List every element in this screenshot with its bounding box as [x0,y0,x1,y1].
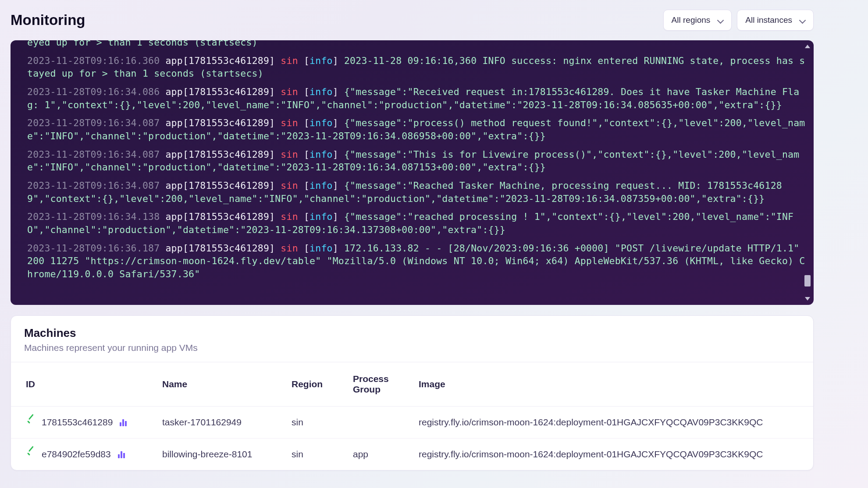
log-message: eyed up for > than 1 seconds (startsecs) [27,40,258,48]
scroll-up-arrow-icon[interactable] [805,45,810,48]
log-app: app[1781553c461289] [160,55,281,66]
log-app: app[1781553c461289] [160,86,281,97]
chevron-down-icon [799,17,805,23]
machines-table: ID Name Region Process Group Image 17815… [11,362,813,470]
region-filter-dropdown[interactable]: All regions [663,10,732,31]
machines-card: Machines Machines represent your running… [11,315,814,470]
log-region: sin [281,211,298,222]
machine-name: billowing-breeze-8101 [153,438,283,470]
col-process-group-header[interactable]: Process Group [344,362,410,407]
log-region: sin [281,86,298,97]
table-row[interactable]: e784902fe59d83billowing-breeze-8101sinap… [11,438,813,470]
machine-region: sin [283,407,344,438]
instances-filter-label: All instances [745,15,792,25]
log-level: info [309,149,333,160]
status-ok-icon [26,449,36,459]
log-level: info [309,243,333,254]
log-timestamp: 2023-11-28T09:16:16.360 [27,55,160,66]
machine-id[interactable]: 1781553c461289 [42,417,113,428]
log-console: eyed up for > than 1 seconds (startsecs)… [11,40,814,305]
log-app: app[1781553c461289] [160,117,281,128]
log-region: sin [281,149,298,160]
log-app: app[1781553c461289] [160,211,281,222]
chevron-down-icon [717,17,723,23]
log-timestamp: 2023-11-28T09:16:34.087 [27,117,160,128]
machine-process-group: app [344,438,410,470]
status-ok-icon [26,417,36,427]
log-line: 2023-11-28T09:16:34.138 app[1781553c4612… [27,210,806,236]
log-region: sin [281,180,298,191]
log-timestamp: 2023-11-28T09:16:36.187 [27,243,160,254]
metrics-icon[interactable] [118,450,125,458]
scroll-thumb[interactable] [804,275,811,286]
page-title: Monitoring [11,12,85,28]
log-line: 2023-11-28T09:16:16.360 app[1781553c4612… [27,54,806,80]
log-region: sin [281,55,298,66]
log-line: eyed up for > than 1 seconds (startsecs) [27,40,806,49]
machine-name: tasker-1701162949 [153,407,283,438]
col-id-header[interactable]: ID [11,362,153,407]
col-region-header[interactable]: Region [283,362,344,407]
col-name-header[interactable]: Name [153,362,283,407]
scroll-down-arrow-icon[interactable] [805,297,810,301]
region-filter-label: All regions [672,15,711,25]
machine-image: registry.fly.io/crimson-moon-1624:deploy… [410,407,813,438]
log-line: 2023-11-28T09:16:34.087 app[1781553c4612… [27,179,806,205]
log-level: info [309,55,333,66]
instances-filter-dropdown[interactable]: All instances [737,10,814,31]
machine-id[interactable]: e784902fe59d83 [42,449,111,460]
machine-process-group [344,407,410,438]
log-level: info [309,211,333,222]
metrics-icon[interactable] [120,418,127,426]
log-scrollbar[interactable] [803,45,812,301]
machine-image: registry.fly.io/crimson-moon-1624:deploy… [410,438,813,470]
machines-subtitle: Machines represent your running app VMs [24,343,800,353]
log-region: sin [281,243,298,254]
log-timestamp: 2023-11-28T09:16:34.138 [27,211,160,222]
log-timestamp: 2023-11-28T09:16:34.086 [27,86,160,97]
log-line: 2023-11-28T09:16:34.087 app[1781553c4612… [27,148,806,174]
machine-region: sin [283,438,344,470]
log-level: info [309,86,333,97]
log-app: app[1781553c461289] [160,149,281,160]
filter-bar: All regions All instances [663,10,814,31]
log-line: 2023-11-28T09:16:36.187 app[1781553c4612… [27,242,806,281]
machines-title: Machines [24,326,800,340]
log-timestamp: 2023-11-28T09:16:34.087 [27,149,160,160]
col-image-header[interactable]: Image [410,362,813,407]
log-level: info [309,117,333,128]
log-line: 2023-11-28T09:16:34.086 app[1781553c4612… [27,85,806,111]
log-output[interactable]: eyed up for > than 1 seconds (startsecs)… [11,40,814,305]
log-region: sin [281,117,298,128]
log-timestamp: 2023-11-28T09:16:34.087 [27,180,160,191]
table-row[interactable]: 1781553c461289tasker-1701162949sinregist… [11,407,813,438]
log-app: app[1781553c461289] [160,243,281,254]
log-level: info [309,180,333,191]
log-line: 2023-11-28T09:16:34.087 app[1781553c4612… [27,117,806,142]
log-app: app[1781553c461289] [160,180,281,191]
